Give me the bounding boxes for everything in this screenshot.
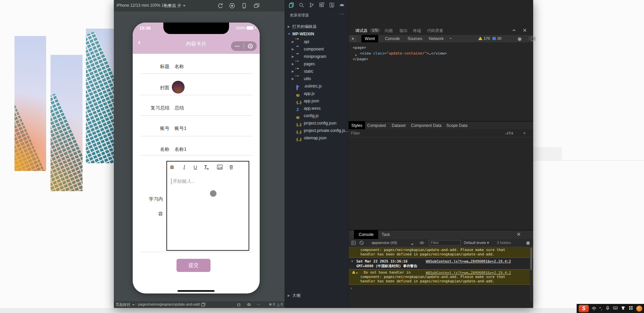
form-input-account[interactable]: 账号1 [174, 126, 187, 132]
devtab-sources[interactable]: Sources [404, 35, 426, 42]
drag-handle-icon[interactable]: ⋮ [350, 232, 354, 234]
cls-toggle[interactable]: .cls [505, 131, 514, 135]
tab-terminal[interactable]: 终端 [413, 28, 421, 34]
tab-debugger[interactable]: 调试器170 [355, 28, 380, 34]
multi-window-button[interactable] [253, 2, 260, 9]
underline-button[interactable]: U [192, 164, 199, 170]
show-sidebar-icon[interactable] [351, 240, 356, 245]
collapse-panel-icon[interactable] [512, 28, 516, 33]
tab-dataset[interactable]: Dataset [389, 121, 408, 130]
tree-item-component[interactable]: ▶ component [285, 45, 348, 53]
chinese-mode-indicator[interactable]: 中 [592, 306, 596, 312]
hot-reload-toggle[interactable]: 热重载 开 [164, 3, 186, 9]
source-link[interactable]: WASubContext.js?t=we…28496001&v=2.19.4:2 [426, 271, 511, 275]
close-console-icon[interactable] [516, 232, 521, 237]
npm-scripts-icon[interactable] [329, 2, 335, 8]
source-control-icon[interactable] [309, 2, 315, 8]
tree-item-static[interactable]: ▶ static [285, 68, 348, 75]
outline-section[interactable]: ▶ 大纲 [285, 292, 348, 299]
devtab-wxml[interactable]: Wxml [361, 35, 378, 42]
console-log-message[interactable]: ▼ Sat Mar 22 2025 15:36:16 GMT+0800 (中国标… [349, 258, 533, 269]
tab-output[interactable]: 输出 [399, 28, 408, 34]
console-filter-input[interactable]: Filter [429, 240, 461, 246]
bold-button[interactable]: B [168, 164, 176, 170]
styles-filter-input[interactable]: Filter [351, 131, 360, 136]
tab-code-quality[interactable]: 代码质量 [427, 28, 443, 34]
console-settings-gear-icon[interactable] [525, 240, 530, 245]
tab-console[interactable]: Console [354, 230, 378, 239]
rich-text-editor[interactable]: B I U Tx 开始输入... [166, 161, 249, 251]
section-open-editors[interactable]: ▶ 打开的编辑器 [285, 23, 348, 30]
sogou-logo[interactable]: S [579, 305, 589, 312]
copy-path-icon[interactable] [201, 302, 205, 307]
insert-image-button[interactable] [217, 165, 223, 170]
refresh-button[interactable] [217, 2, 224, 9]
close-panel-icon[interactable] [522, 28, 527, 33]
tab-scope-data[interactable]: Scope Data [444, 121, 470, 130]
tab-task[interactable]: Task [377, 230, 395, 239]
files-icon[interactable] [288, 2, 294, 8]
more-menu-button[interactable]: ••• [231, 44, 244, 48]
device-frame-button[interactable] [241, 2, 248, 9]
misc-plugin-icon[interactable] [339, 2, 345, 8]
minimize-circle-button[interactable] [244, 44, 257, 48]
tree-item-utils[interactable]: ▶ utils [285, 75, 348, 82]
more-tabs-chevron[interactable]: » [450, 36, 452, 40]
keyboard-icon[interactable] [613, 306, 618, 311]
form-input-title[interactable]: 名称 [174, 64, 184, 70]
source-link[interactable]: WASubContext.js?t=we…28496001&v=2.19.4:2 [426, 259, 511, 264]
warnings-indicator[interactable]: 17030 [478, 36, 502, 40]
debug-bug-icon[interactable] [236, 302, 241, 307]
inspect-element-icon[interactable] [351, 36, 356, 41]
console-prompt-chevron[interactable]: › [351, 286, 352, 290]
tree-item-app-wxss[interactable]: 3 app.wxss [285, 105, 348, 112]
device-selector[interactable]: iPhone 12/13 mini 100% 16 [117, 3, 170, 8]
expand-arrow-icon[interactable]: ▶ [356, 271, 358, 275]
console-warning-message[interactable]: component: pages/neirongkapian/update-an… [349, 247, 533, 258]
console-scrollbar[interactable] [530, 248, 533, 302]
devtab-console[interactable]: Console [382, 35, 403, 42]
page-path-selector[interactable]: 页面路径 [116, 302, 135, 307]
clear-format-button[interactable]: Tx [203, 164, 210, 170]
extensions-icon[interactable] [319, 2, 325, 8]
clear-console-icon[interactable] [359, 240, 364, 245]
add-style-rule-button[interactable]: + [523, 130, 526, 136]
statusbar-more-icon[interactable]: ⋯ [257, 302, 261, 307]
cover-image[interactable] [172, 81, 185, 94]
tab-component-data[interactable]: Component Data [408, 121, 444, 130]
punctuation-toggle[interactable]: °, [599, 306, 602, 311]
tab-computed[interactable]: Computed [364, 121, 388, 130]
section-project-root[interactable]: ▼ MP-WEIXIN [285, 30, 348, 38]
explorer-more-icon[interactable]: ⋯ [340, 11, 344, 16]
form-input-summary[interactable]: 总结 [174, 105, 184, 111]
tree-item-sitemap-json[interactable]: {..} sitemap.json [285, 134, 348, 142]
emoji-face-icon[interactable] [636, 306, 642, 312]
devtab-network[interactable]: Network [425, 35, 447, 42]
wxml-node-page-open[interactable]: <page> [353, 45, 366, 50]
tree-item-miniprogram[interactable]: ▶ miniprogram [285, 53, 348, 60]
console-warning-message[interactable]: ▶ Do not have handler in component: page… [349, 269, 533, 285]
tree-item-project-private-config[interactable]: {..} project.private.config.js… [285, 127, 348, 134]
microphone-icon[interactable] [605, 306, 610, 311]
tree-item-pages[interactable]: ▶ pages [285, 60, 348, 68]
record-button[interactable] [229, 2, 235, 9]
eye-icon[interactable] [247, 302, 251, 307]
wxml-node-view[interactable]: <view class="update-container">…</view> [360, 50, 447, 56]
eye-live-expression-icon[interactable] [419, 240, 424, 245]
delete-content-button[interactable] [228, 165, 234, 170]
tree-item-app-json[interactable]: {..} app.json [285, 97, 348, 105]
execution-context-selector[interactable]: appservice (#3) [372, 241, 397, 245]
toolbox-grid-icon[interactable] [629, 306, 633, 311]
tree-item-api[interactable]: ▶ api [285, 38, 348, 45]
italic-button[interactable]: I [181, 164, 188, 170]
tree-item-eslintrc[interactable]: .eslintrc.js [285, 82, 348, 90]
scrollbar-thumb[interactable] [530, 248, 532, 270]
wxml-node-page-close[interactable]: </page> [353, 56, 368, 62]
tree-item-project-config[interactable]: {..} project.config.json [285, 119, 348, 127]
tab-problems[interactable]: 问题 [385, 28, 393, 34]
log-levels-dropdown[interactable]: Default levels ▾ [464, 241, 489, 245]
tree-item-app-js[interactable]: JS app.js [285, 90, 348, 97]
tab-styles[interactable]: Styles [349, 121, 365, 130]
dock-side-icon[interactable] [531, 37, 536, 41]
collapse-arrow-icon[interactable]: ▼ [351, 259, 353, 264]
